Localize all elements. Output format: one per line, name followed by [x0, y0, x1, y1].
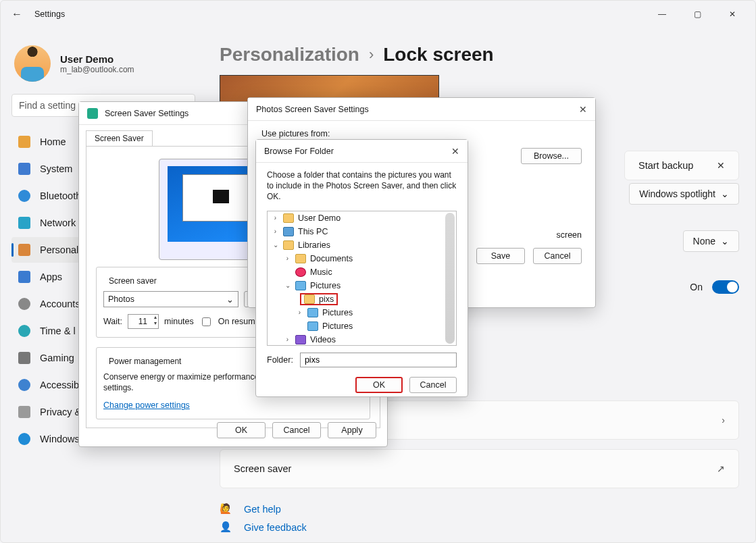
cancel-button[interactable]: Cancel — [409, 377, 457, 393]
back-button[interactable]: ← — [7, 5, 26, 24]
wait-label: Wait: — [103, 317, 122, 326]
user-name: User Demo — [60, 53, 134, 65]
save-button[interactable]: Save — [476, 248, 525, 264]
ok-button[interactable]: OK — [355, 377, 403, 393]
change-power-link[interactable]: Change power settings — [103, 400, 190, 410]
dialog-title: Screen Saver Settings — [105, 109, 188, 118]
screensaver-select[interactable]: Photos⌄ — [103, 291, 238, 307]
gamepad-icon — [18, 352, 30, 364]
scrollbar[interactable] — [445, 213, 455, 344]
close-icon[interactable]: ✕ — [717, 160, 725, 171]
chevron-down-icon: ⌄ — [721, 188, 729, 199]
ok-button[interactable]: OK — [217, 422, 266, 438]
maximize-button[interactable]: ▢ — [686, 6, 708, 22]
user-email: m_lab@outlook.com — [60, 65, 134, 74]
tab-screensaver[interactable]: Screen Saver — [86, 130, 153, 146]
get-help-link[interactable]: Get help — [244, 504, 281, 515]
globe-icon — [18, 325, 30, 337]
shield-icon — [18, 406, 30, 418]
folder-tree[interactable]: ›User Demo ›This PC ⌄Libraries ›Document… — [267, 211, 457, 346]
person-icon — [18, 298, 30, 310]
group-saver: Screen saver — [106, 276, 159, 286]
on-label: On — [690, 282, 703, 292]
start-backup[interactable]: Start backup — [638, 160, 693, 171]
user-block[interactable]: User Demo m_lab@outlook.com — [11, 41, 195, 94]
help-icon: 🙋 — [220, 503, 232, 515]
search-placeholder: Find a setting — [19, 100, 76, 111]
group-power: Power management — [106, 357, 184, 366]
breadcrumb-parent[interactable]: Personalization — [220, 44, 359, 66]
spotlight-select[interactable]: Windows spotlight — [639, 188, 715, 199]
chevron-right-icon: › — [369, 46, 374, 63]
cancel-button[interactable]: Cancel — [533, 248, 582, 264]
lockscreen-text: screen — [556, 230, 582, 240]
minutes-label: minutes — [164, 317, 194, 326]
toggle-on[interactable] — [712, 280, 739, 294]
tree-selected-pixs[interactable]: pixs — [300, 293, 338, 305]
wifi-icon — [18, 217, 30, 229]
browse-folder-dialog: Browse For Folder ✕ Choose a folder that… — [255, 139, 468, 397]
close-button[interactable]: ✕ — [722, 6, 743, 22]
update-icon — [18, 433, 30, 445]
dialog-desc: Choose a folder that contains the pictur… — [256, 163, 468, 205]
bluetooth-icon — [18, 190, 30, 202]
breadcrumb: Personalization › Lock screen — [220, 44, 739, 66]
chevron-down-icon: ⌄ — [226, 294, 234, 305]
minimize-button[interactable]: — — [651, 6, 673, 22]
use-from-label: Use pictures from: — [261, 129, 582, 138]
avatar — [14, 45, 51, 82]
dialog-title: Photos Screen Saver Settings — [256, 105, 369, 114]
home-icon — [18, 136, 30, 148]
monitor-icon — [87, 108, 98, 119]
feedback-icon: 👤 — [220, 521, 232, 533]
folder-label: Folder: — [267, 355, 293, 365]
apply-button[interactable]: Apply — [328, 422, 376, 438]
system-icon — [18, 163, 30, 175]
folder-input[interactable] — [300, 353, 457, 367]
breadcrumb-current: Lock screen — [383, 44, 493, 66]
dialog-title: Browse For Folder — [264, 147, 334, 156]
titlebar: ← Settings — ▢ ✕ — [1, 1, 755, 28]
window-title: Settings — [34, 9, 65, 19]
accessibility-icon — [18, 379, 30, 391]
close-icon[interactable]: ✕ — [579, 104, 587, 115]
chevron-down-icon: ⌄ — [721, 236, 729, 247]
close-icon[interactable]: ✕ — [451, 146, 459, 157]
apps-icon — [18, 271, 30, 283]
screensaver-label: Screen saver — [234, 463, 291, 474]
onresume-checkbox[interactable] — [202, 317, 211, 326]
external-link-icon: ↗ — [717, 463, 725, 474]
browse-button[interactable]: Browse... — [521, 148, 582, 164]
feedback-link[interactable]: Give feedback — [244, 522, 307, 533]
screensaver-card[interactable]: Screen saver ↗ — [220, 449, 739, 488]
cancel-button[interactable]: Cancel — [272, 422, 321, 438]
wait-spinner[interactable]: 11 — [128, 314, 159, 329]
brush-icon — [18, 244, 30, 256]
status-select[interactable]: None — [693, 236, 715, 247]
chevron-right-icon: › — [722, 415, 725, 425]
